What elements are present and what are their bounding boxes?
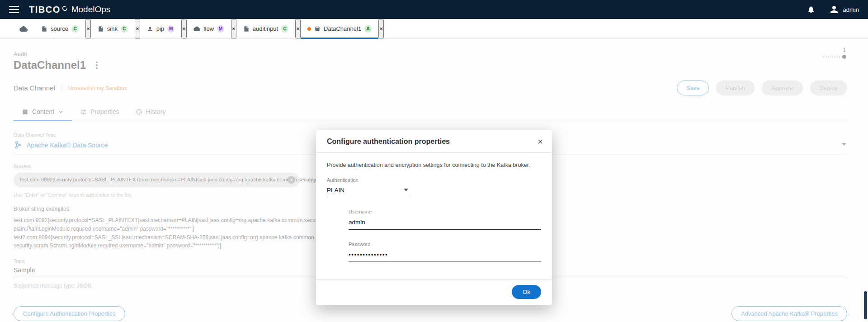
tab-source[interactable]: source C xyxy=(34,19,85,38)
tibco-logo: TIBCO ModelOps xyxy=(29,5,110,15)
dialog-title: Configure authentication properties xyxy=(327,137,450,146)
dialog-description: Provide authentication and encryption se… xyxy=(327,162,540,168)
username-label: admin xyxy=(843,6,859,13)
status-badge: C xyxy=(121,25,128,33)
cloud-filled-icon xyxy=(193,25,200,32)
document-tab-bar: source C × sink C × pip M × flow M xyxy=(0,19,868,39)
person-icon xyxy=(147,26,153,32)
status-badge: A xyxy=(364,25,372,33)
tab-auditinput[interactable]: auditinput C xyxy=(236,19,295,38)
user-menu[interactable]: admin xyxy=(829,4,859,15)
database-icon xyxy=(314,26,321,32)
tibco-swirl-icon xyxy=(62,5,68,11)
close-icon[interactable]: × xyxy=(538,137,543,146)
tab-label: sink xyxy=(107,25,118,32)
scrollbar-thumb[interactable] xyxy=(864,291,867,319)
user-avatar-icon xyxy=(829,4,840,15)
tab-label: flow xyxy=(203,25,214,32)
status-badge: C xyxy=(71,25,79,33)
modified-dot-icon xyxy=(307,27,311,31)
username-label: Username xyxy=(349,209,372,214)
configure-authentication-dialog: Configure authentication properties × Pr… xyxy=(316,130,552,305)
tab-sink[interactable]: sink C xyxy=(91,19,135,38)
app-root: TIBCO ModelOps admin source xyxy=(0,0,868,322)
tab-label: DataChannel1 xyxy=(324,25,361,32)
tab-cloud[interactable] xyxy=(13,19,34,38)
tab-flow[interactable]: flow M xyxy=(187,19,231,38)
ok-button[interactable]: Ok xyxy=(512,285,541,299)
authentication-select[interactable]: PLAIN xyxy=(327,184,409,197)
status-badge: M xyxy=(167,25,175,33)
document-icon xyxy=(98,26,104,32)
tab-close-button[interactable]: × xyxy=(295,19,301,38)
tab-label: source xyxy=(51,25,68,32)
tab-datachannel1[interactable]: DataChannel1 A xyxy=(301,19,378,38)
document-icon xyxy=(243,26,250,32)
tab-close-button[interactable]: × xyxy=(231,19,236,38)
tab-close-button[interactable]: × xyxy=(181,19,187,38)
status-badge: C xyxy=(281,25,288,33)
tab-close-button[interactable]: × xyxy=(85,19,91,38)
cloud-icon xyxy=(19,25,28,33)
product-name: ModelOps xyxy=(71,5,111,14)
app-header: TIBCO ModelOps admin xyxy=(0,0,868,19)
chevron-down-icon xyxy=(404,189,408,191)
password-field[interactable] xyxy=(349,249,541,262)
tab-close-button[interactable]: × xyxy=(378,19,384,38)
status-badge: M xyxy=(217,25,224,33)
tab-label: pip xyxy=(156,25,164,32)
tab-label: auditinput xyxy=(253,25,278,32)
tab-close-button[interactable]: × xyxy=(135,19,140,38)
document-icon xyxy=(41,26,47,32)
hamburger-menu-icon[interactable] xyxy=(9,5,19,14)
authentication-label: Authentication xyxy=(327,177,409,183)
password-label: Password xyxy=(349,242,370,247)
tab-pip[interactable]: pip M xyxy=(140,19,181,38)
authentication-value: PLAIN xyxy=(327,187,344,194)
brand-name: TIBCO xyxy=(29,5,61,15)
notification-bell-icon[interactable] xyxy=(805,4,817,15)
username-field[interactable] xyxy=(349,216,541,230)
